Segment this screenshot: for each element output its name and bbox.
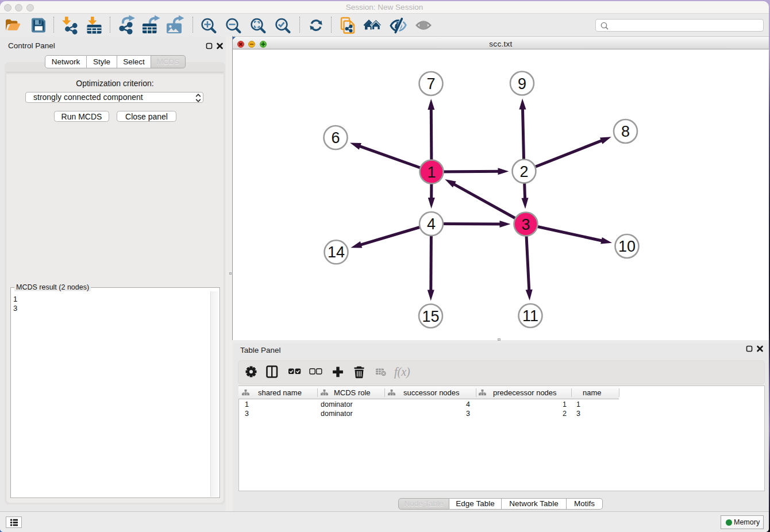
svg-text:4: 4	[427, 215, 436, 233]
svg-text:1: 1	[427, 164, 436, 181]
svg-text:8: 8	[621, 123, 630, 140]
svg-text:9: 9	[518, 75, 526, 92]
svg-text:15: 15	[422, 308, 439, 325]
svg-text:3: 3	[521, 216, 530, 233]
svg-text:2: 2	[519, 163, 528, 180]
svg-text:7: 7	[426, 75, 435, 92]
svg-text:f(x): f(x)	[394, 365, 410, 379]
svg-text:14: 14	[328, 244, 345, 261]
svg-text:6: 6	[331, 129, 340, 147]
svg-text:11: 11	[522, 307, 538, 325]
svg-text:10: 10	[618, 238, 636, 255]
